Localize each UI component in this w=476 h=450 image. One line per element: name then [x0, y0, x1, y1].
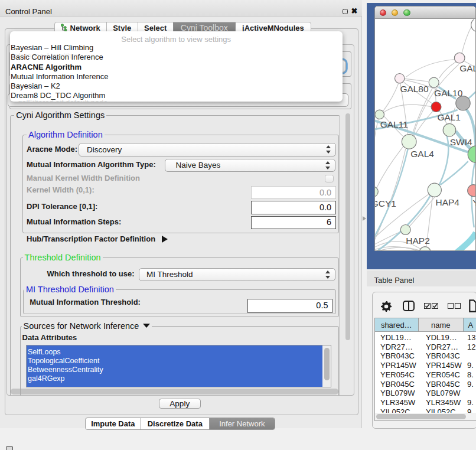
svg-text:GAL4: GAL4 — [411, 149, 435, 159]
svg-text:GAL1: GAL1 — [438, 112, 461, 122]
svg-text:GCY1: GCY1 — [375, 198, 396, 208]
svg-text:SWI4: SWI4 — [450, 136, 472, 146]
svg-text:Y: Y — [473, 198, 475, 208]
svg-text:GAL11: GAL11 — [380, 119, 408, 129]
svg-text:HAP2: HAP2 — [406, 236, 430, 246]
svg-text:GAL: GAL — [459, 63, 475, 73]
svg-text:GAL10: GAL10 — [434, 87, 462, 97]
svg-text:GAL80: GAL80 — [400, 83, 429, 93]
svg-text:HAP4: HAP4 — [436, 197, 460, 207]
